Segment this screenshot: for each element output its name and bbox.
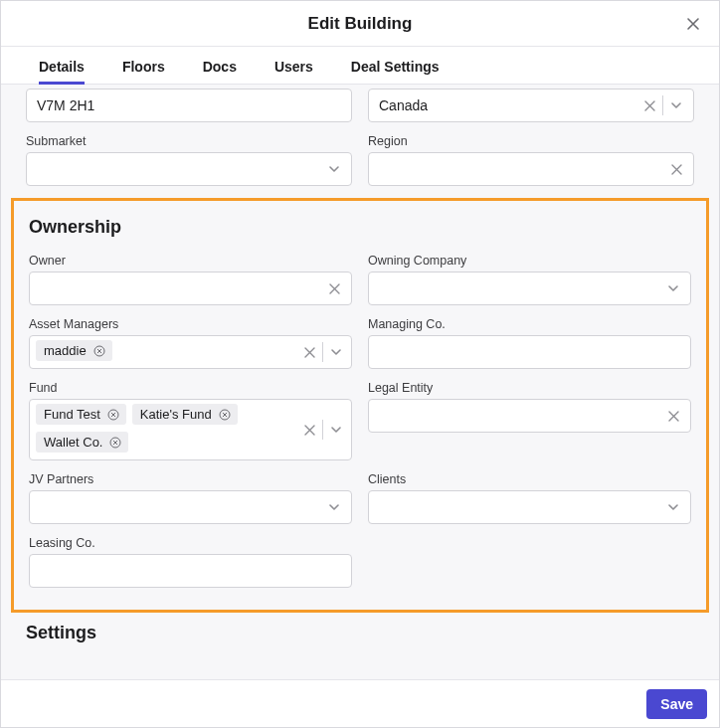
settings-title: Settings [11, 613, 709, 647]
clients-select[interactable] [368, 490, 691, 524]
close-button[interactable] [679, 10, 707, 38]
fund-chip: Wallet Co. [36, 432, 128, 453]
country-value: Canada [379, 97, 638, 113]
owning-company-chevron[interactable] [662, 277, 684, 299]
tab-bar: Details Floors Docs Users Deal Settings [1, 47, 719, 85]
asset-managers-multiselect[interactable]: maddie [29, 335, 352, 369]
owner-select[interactable] [29, 272, 352, 305]
tab-docs[interactable]: Docs [203, 59, 237, 84]
close-icon [685, 16, 701, 32]
region-label: Region [368, 134, 694, 148]
managing-co-label: Managing Co. [368, 317, 691, 331]
chevron-down-icon [328, 501, 340, 513]
dialog-body: V7M 2H1 Canada Submarket [1, 85, 719, 679]
dialog-header: Edit Building [1, 1, 719, 47]
dialog-footer: Save [1, 679, 719, 727]
fund-multiselect[interactable]: Fund Test Katie's Fund Wal [29, 399, 352, 460]
chip-label: Katie's Fund [140, 407, 212, 422]
x-icon [329, 283, 340, 294]
owning-company-select[interactable] [368, 272, 691, 305]
region-select[interactable] [368, 152, 694, 186]
chevron-down-icon [328, 163, 340, 175]
x-circle-icon [109, 437, 121, 449]
fund-chip: Fund Test [36, 404, 126, 425]
leasing-co-input[interactable] [29, 554, 352, 588]
owner-clear[interactable] [323, 277, 345, 299]
chip-remove[interactable] [106, 408, 120, 422]
owner-label: Owner [29, 254, 352, 268]
chip-label: Wallet Co. [44, 435, 102, 450]
postal-input[interactable]: V7M 2H1 [26, 89, 352, 122]
chevron-down-icon [330, 424, 342, 436]
ownership-title: Ownership [14, 201, 706, 242]
jv-partners-chevron[interactable] [323, 496, 345, 518]
save-button[interactable]: Save [646, 689, 707, 719]
clients-label: Clients [368, 472, 691, 486]
x-icon [671, 164, 682, 175]
fund-label: Fund [29, 381, 352, 395]
country-chevron[interactable] [665, 94, 687, 116]
legal-entity-select[interactable] [368, 399, 691, 433]
legal-entity-clear[interactable] [662, 405, 684, 427]
country-clear[interactable] [638, 94, 660, 116]
asset-manager-chip: maddie [36, 340, 112, 361]
legal-entity-label: Legal Entity [368, 381, 691, 395]
chip-remove[interactable] [218, 408, 232, 422]
asset-managers-clear[interactable] [298, 341, 320, 363]
chip-remove[interactable] [92, 344, 106, 358]
x-icon [668, 411, 679, 422]
leasing-co-label: Leasing Co. [29, 536, 352, 550]
managing-co-input[interactable] [368, 335, 691, 369]
x-circle-icon [107, 409, 119, 421]
submarket-select[interactable] [26, 152, 352, 186]
fund-chip: Katie's Fund [132, 404, 238, 425]
submarket-label: Submarket [26, 134, 352, 148]
asset-managers-chevron[interactable] [325, 341, 347, 363]
submarket-chevron[interactable] [323, 158, 345, 180]
region-clear[interactable] [665, 158, 687, 180]
chevron-down-icon [330, 346, 342, 358]
owning-company-label: Owning Company [368, 254, 691, 268]
dialog-title: Edit Building [308, 14, 413, 34]
chip-label: maddie [44, 343, 87, 358]
divider [322, 420, 323, 440]
x-circle-icon [93, 345, 105, 357]
chip-remove[interactable] [108, 436, 122, 450]
x-icon [304, 347, 315, 358]
fund-clear[interactable] [298, 419, 320, 441]
tab-details[interactable]: Details [39, 59, 85, 84]
chip-label: Fund Test [44, 407, 100, 422]
postal-value: V7M 2H1 [37, 97, 345, 113]
divider [662, 95, 663, 115]
tab-users[interactable]: Users [274, 59, 313, 84]
edit-building-dialog: Edit Building Details Floors Docs Users … [0, 0, 720, 728]
jv-partners-label: JV Partners [29, 472, 352, 486]
country-select[interactable]: Canada [368, 89, 694, 122]
tab-deal-settings[interactable]: Deal Settings [351, 59, 440, 84]
ownership-section: Ownership Owner Owning Company [11, 198, 709, 613]
fund-chevron[interactable] [325, 419, 347, 441]
x-icon [644, 100, 655, 111]
chevron-down-icon [670, 99, 682, 111]
chevron-down-icon [667, 501, 679, 513]
x-icon [304, 425, 315, 436]
x-circle-icon [219, 409, 231, 421]
tab-floors[interactable]: Floors [122, 59, 165, 84]
divider [322, 342, 323, 362]
chevron-down-icon [667, 282, 679, 294]
asset-managers-label: Asset Managers [29, 317, 352, 331]
clients-chevron[interactable] [662, 496, 684, 518]
jv-partners-select[interactable] [29, 490, 352, 524]
